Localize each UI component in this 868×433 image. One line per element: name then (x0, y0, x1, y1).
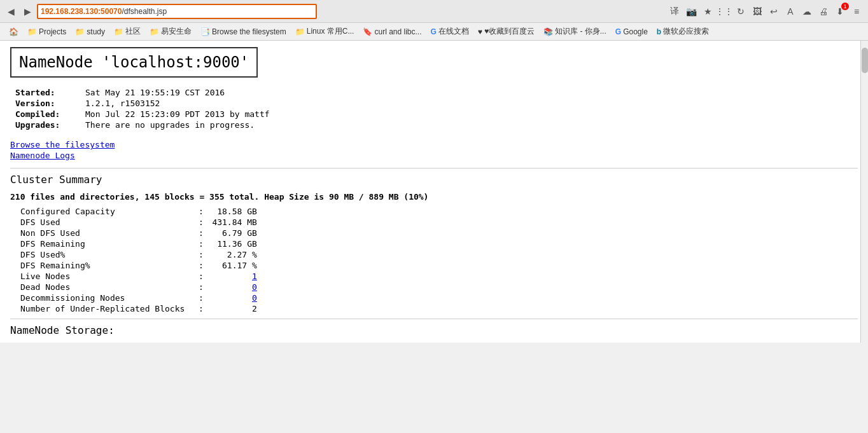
bookmark-community-label: 社区 (125, 26, 141, 37)
cluster-row-label: DFS Used% (20, 250, 199, 259)
bookmark-easy-life[interactable]: 📁 易安生命 (146, 25, 195, 38)
camera-icon[interactable]: 📷 (683, 4, 699, 19)
translate-icon[interactable]: 译 (667, 4, 682, 19)
back2-icon[interactable]: ↩ (766, 4, 781, 19)
bookmark-online-docs[interactable]: G 在线文档 (427, 25, 473, 38)
cluster-row-label: DFS Remaining% (20, 261, 199, 270)
refresh-icon[interactable]: ↻ (733, 4, 748, 19)
address-ip: 192.168.238.130:50070 (41, 7, 122, 16)
cluster-row-value[interactable]: 0 (206, 293, 257, 303)
knowledge-icon: 📚 (543, 27, 553, 36)
toolbar-icons: 译 📷 ★ ⋮⋮ ↻ 🖼 ↩ A ☁ 🖨 ⬇ 1 ≡ (667, 4, 864, 19)
bookmark-reference[interactable]: 📑 Browse the filesystem (197, 26, 290, 38)
info-row-upgrades: Upgrades: There are no upgrades in progr… (15, 120, 858, 130)
cloud-icon[interactable]: ☁ (799, 4, 815, 19)
version-value: 1.2.1, r1503152 (85, 99, 160, 108)
download-icon-wrapper: ⬇ 1 (832, 4, 848, 19)
folder-icon-5: 📁 (295, 27, 305, 36)
cluster-row-value: 2 (206, 304, 257, 313)
cluster-row-value: 431.84 MB (206, 217, 257, 227)
cluster-row-label: Live Nodes (20, 271, 199, 281)
cluster-row: DFS Used%:2.27 % (20, 250, 858, 259)
bookmark-baidu[interactable]: ♥ ♥收藏到百度云 (474, 25, 538, 38)
printer-icon[interactable]: 🖨 (816, 4, 831, 19)
cluster-row-colon: : (199, 207, 204, 216)
photo-icon[interactable]: 🖼 (750, 4, 765, 19)
links-section: Browse the filesystem Namenode Logs (10, 140, 858, 160)
download-badge: 1 (841, 3, 849, 10)
bookmark-study-label: study (87, 27, 105, 36)
cluster-summary-title: Cluster Summary (10, 174, 858, 186)
star-icon[interactable]: ★ (700, 4, 715, 19)
cluster-row-colon: : (199, 261, 204, 270)
cluster-row-colon: : (199, 239, 204, 249)
compiled-value: Mon Jul 22 15:23:09 PDT 2013 by mattf (85, 109, 270, 119)
cluster-row-value: 18.58 GB (206, 207, 257, 216)
cluster-row-label: Decommissioning Nodes (20, 293, 199, 303)
address-bar[interactable]: 192.168.238.130:50070 /dfshealth.jsp (37, 4, 317, 19)
bookmark-curl-label: curl and libc... (374, 27, 421, 36)
g-icon: G (431, 27, 437, 36)
forward-button[interactable]: ▶ (20, 4, 34, 18)
scrollbar-thumb[interactable] (862, 48, 868, 73)
address-path: /dfshealth.jsp (122, 7, 167, 16)
bookmark-knowledge[interactable]: 📚 知识库 - 你身... (540, 25, 610, 38)
divider-1 (10, 168, 858, 168)
cluster-row-label: DFS Remaining (20, 239, 199, 249)
cluster-row-colon: : (199, 282, 204, 292)
page-content: NameNode 'localhost:9000' Started: Sat M… (0, 41, 868, 343)
cluster-row: Non DFS Used:6.79 GB (20, 228, 858, 238)
upgrades-label: Upgrades: (15, 120, 79, 130)
cluster-row-colon: : (199, 293, 204, 303)
cluster-row-colon: : (199, 250, 204, 259)
cluster-row-label: Dead Nodes (20, 282, 199, 292)
cluster-row-value[interactable]: 1 (206, 271, 257, 281)
cluster-table: Configured Capacity:18.58 GBDFS Used:431… (20, 207, 858, 313)
bookmark-curl[interactable]: 🔖 curl and libc... (359, 26, 425, 38)
bookmark-home[interactable]: 🏠 (5, 26, 22, 38)
bookmark-community[interactable]: 📁 社区 (110, 25, 144, 38)
back-button[interactable]: ◀ (4, 4, 18, 18)
cluster-row: DFS Remaining:11.36 GB (20, 239, 858, 249)
bookmark-linux[interactable]: 📁 Linux 常用C... (291, 25, 358, 38)
cluster-row-value: 11.36 GB (206, 239, 257, 249)
scrollbar-track[interactable] (860, 41, 868, 343)
info-row-started: Started: Sat May 21 19:55:19 CST 2016 (15, 88, 858, 97)
namenode-logs-link[interactable]: Namenode Logs (10, 151, 858, 160)
google-icon: G (615, 27, 621, 36)
cluster-row-colon: : (199, 217, 204, 227)
version-label: Version: (15, 99, 79, 108)
bookmark-google[interactable]: G Google (612, 26, 652, 38)
bookmarks-bar: 🏠 📁 Projects 📁 study 📁 社区 📁 易安生命 📑 Brows… (0, 23, 868, 41)
heart-icon: ♥ (478, 27, 482, 36)
browse-filesystem-link[interactable]: Browse the filesystem (10, 140, 858, 149)
folder-icon-2: 📁 (75, 27, 85, 36)
bookmark-projects[interactable]: 📁 Projects (24, 26, 70, 38)
info-row-compiled: Compiled: Mon Jul 22 15:23:09 PDT 2013 b… (15, 109, 858, 119)
cluster-row-value[interactable]: 0 (206, 282, 257, 292)
cluster-row-colon: : (199, 228, 204, 238)
divider-2 (10, 319, 858, 319)
content-wrapper: NameNode 'localhost:9000' Started: Sat M… (0, 41, 868, 343)
bookmark-online-docs-label: 在线文档 (438, 26, 469, 37)
info-row-version: Version: 1.2.1, r1503152 (15, 99, 858, 108)
started-label: Started: (15, 88, 79, 97)
cluster-row: Number of Under-Replicated Blocks:2 (20, 304, 858, 313)
bookmark-easy-life-label: 易安生命 (161, 26, 192, 37)
cluster-row-label: DFS Used (20, 217, 199, 227)
menu-dots-icon[interactable]: ⋮⋮ (717, 4, 732, 19)
bookmark-microsoft[interactable]: b 微软必应搜索 (653, 25, 713, 38)
bookmark-study[interactable]: 📁 study (71, 26, 109, 38)
home-icon: 🏠 (9, 27, 18, 36)
bookmark-knowledge-label: 知识库 - 你身... (555, 26, 606, 37)
cluster-row[interactable]: Decommissioning Nodes:0 (20, 293, 858, 303)
bookmark-linux-label: Linux 常用C... (307, 26, 354, 37)
font-icon[interactable]: A (783, 4, 798, 19)
bookmark-microsoft-label: 微软必应搜索 (663, 26, 709, 37)
settings-icon[interactable]: ≡ (849, 4, 864, 19)
bookmark-baidu-label: ♥收藏到百度云 (484, 26, 535, 37)
started-value: Sat May 21 19:55:19 CST 2016 (85, 88, 225, 97)
cluster-row: Configured Capacity:18.58 GB (20, 207, 858, 216)
cluster-row[interactable]: Dead Nodes:0 (20, 282, 858, 292)
cluster-row[interactable]: Live Nodes:1 (20, 271, 858, 281)
